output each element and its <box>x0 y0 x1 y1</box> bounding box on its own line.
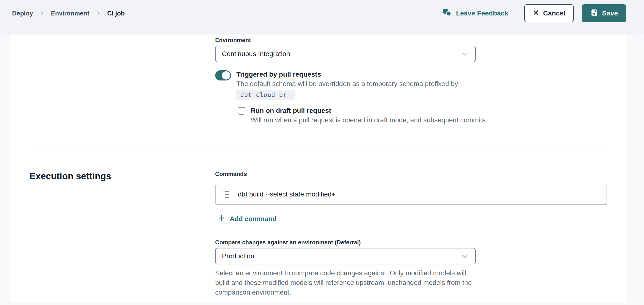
breadcrumb-ci-job: CI job <box>107 10 125 17</box>
pr-trigger-toggle[interactable] <box>215 70 231 80</box>
environment-select-value: Continuous Integration <box>222 50 290 58</box>
save-button[interactable]: Save <box>582 4 626 22</box>
breadcrumb: Deploy Environment CI job <box>12 10 125 17</box>
deferral-select-value: Production <box>222 252 254 260</box>
cancel-button[interactable]: Cancel <box>524 4 574 22</box>
plus-icon <box>218 214 225 224</box>
breadcrumb-environment[interactable]: Environment <box>51 10 90 17</box>
environment-section: Environment Continuous Integration Trigg… <box>10 37 627 125</box>
leave-feedback-label: Leave Feedback <box>456 10 508 17</box>
draft-pr-row: Run on draft pull request Will run when … <box>238 106 609 125</box>
chat-bubbles-icon <box>442 8 452 19</box>
save-disk-icon <box>590 8 598 18</box>
command-row: dbt build --select state:modified+ <box>215 184 607 205</box>
pr-trigger-row: Triggered by pull requests The default s… <box>215 70 609 100</box>
settings-card: Environment Continuous Integration Trigg… <box>10 34 627 302</box>
pr-trigger-description: The default schema will be overridden as… <box>236 79 458 89</box>
close-icon <box>532 9 539 18</box>
add-command-button[interactable]: Add command <box>218 214 276 224</box>
draft-pr-checkbox[interactable] <box>238 107 245 114</box>
top-bar: Deploy Environment CI job Leave Feedback… <box>0 0 644 34</box>
deferral-help-text: Select an environment to compare code ch… <box>215 268 474 297</box>
deferral-label: Compare changes against an environment (… <box>215 239 609 246</box>
toggle-knob <box>222 71 230 80</box>
breadcrumb-deploy[interactable]: Deploy <box>12 10 33 17</box>
execution-settings-heading: Execution settings <box>30 171 215 182</box>
add-command-label: Add command <box>230 215 276 223</box>
draft-pr-title: Run on draft pull request <box>251 106 487 115</box>
chevron-right-icon <box>96 11 101 16</box>
chevron-down-icon <box>461 50 469 58</box>
leave-feedback-link[interactable]: Leave Feedback <box>442 8 508 19</box>
pr-trigger-title: Triggered by pull requests <box>236 70 458 79</box>
environment-select[interactable]: Continuous Integration <box>215 46 476 62</box>
environment-label: Environment <box>215 37 609 44</box>
cancel-label: Cancel <box>543 10 566 17</box>
page-background: Environment Continuous Integration Trigg… <box>0 34 644 305</box>
schema-prefix-code: dbt_cloud_pr_ <box>236 90 295 100</box>
drag-handle-icon[interactable] <box>222 189 232 200</box>
save-label: Save <box>602 10 618 17</box>
chevron-down-icon <box>461 252 469 260</box>
command-input[interactable]: dbt build --select state:modified+ <box>238 190 600 198</box>
chevron-right-icon <box>40 11 45 16</box>
header-actions: Leave Feedback Cancel Save <box>442 4 626 22</box>
deferral-select[interactable]: Production <box>215 248 476 264</box>
commands-label: Commands <box>215 171 609 178</box>
execution-settings-section: Execution settings Commands dbt build --… <box>10 148 627 297</box>
draft-pr-description: Will run when a pull request is opened i… <box>251 115 487 125</box>
